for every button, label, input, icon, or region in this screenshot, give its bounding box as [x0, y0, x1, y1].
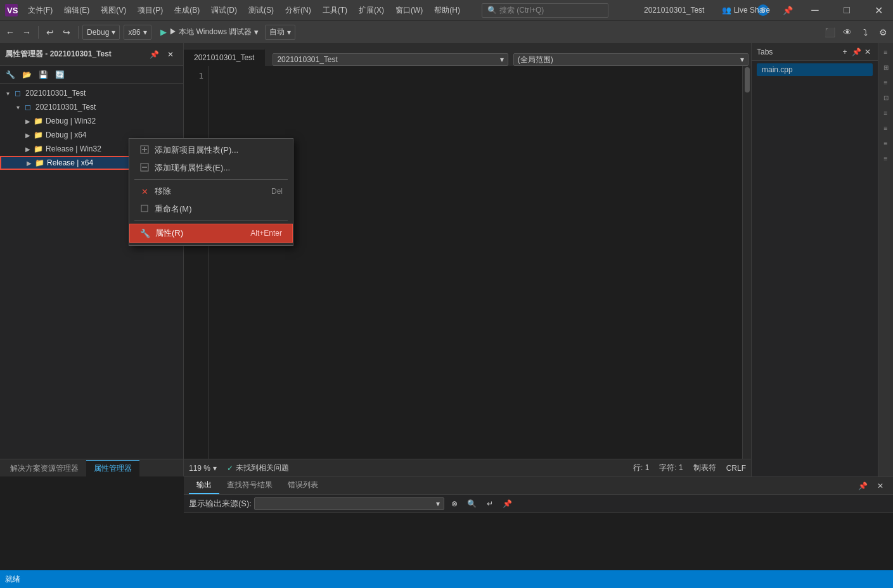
tab-solution-explorer[interactable]: 解决方案资源管理器	[3, 460, 86, 476]
add-existing-button[interactable]: 📂	[19, 67, 34, 82]
scope-dropdown-label: (全局范围)	[518, 54, 553, 65]
tab-error-list[interactable]: 错误列表	[280, 477, 326, 494]
ctx-properties[interactable]: 🔧 属性(R) Alt+Enter	[129, 224, 293, 243]
zoom-control[interactable]: 119 % ▾	[189, 464, 217, 473]
side-icon-2[interactable]: ⊞	[880, 61, 892, 74]
no-issues-badge[interactable]: ✓ 未找到相关问题	[227, 463, 289, 473]
tb-separator-1	[38, 26, 39, 39]
folder-release-win32-icon: 📁	[33, 144, 43, 153]
menu-extensions[interactable]: 扩展(X)	[354, 3, 389, 18]
menu-edit[interactable]: 编辑(E)	[59, 3, 94, 18]
side-icon-1[interactable]: ≡	[880, 46, 892, 58]
save-button[interactable]: 💾	[35, 67, 51, 82]
output-close-button[interactable]: ✕	[873, 478, 888, 494]
tabs-close-button[interactable]: ✕	[863, 47, 873, 57]
output-search-button[interactable]: 🔍	[465, 496, 480, 511]
editor-content: 1	[184, 66, 751, 459]
ctx-add-new-property-sheet[interactable]: 添加新项目属性表(P)...	[129, 141, 293, 159]
tb-forward-button[interactable]: →	[19, 25, 34, 40]
side-icon-7[interactable]: ≡	[880, 137, 892, 150]
ctx-add-existing-icon	[139, 163, 150, 174]
close-button[interactable]: ✕	[864, 0, 893, 20]
side-icon-3[interactable]: ≡	[880, 76, 892, 89]
ctx-rename-icon	[139, 205, 150, 214]
ctx-add-new-icon	[139, 145, 150, 156]
live-share-button[interactable]: 👥 Live Share	[717, 4, 775, 16]
output-pin-button[interactable]: 📌	[855, 478, 870, 494]
window-controls: 👥 Live Share 📌 ─ □ ✕	[717, 0, 893, 20]
side-icon-8[interactable]: ≡	[880, 152, 892, 165]
panel-actions: 📌 ✕	[146, 47, 178, 62]
pin-icon: 📌	[783, 6, 793, 15]
main-layout: 属性管理器 - 2021010301_Test 📌 ✕ 🔧 📂 💾 🔄 ▾ ◻ …	[0, 43, 893, 476]
menu-build[interactable]: 生成(B)	[169, 3, 205, 18]
panel-pin-button[interactable]: 📌	[146, 47, 162, 62]
panel-close-button[interactable]: ✕	[163, 47, 178, 62]
tabs-pin-button[interactable]: 📌	[851, 47, 861, 57]
zoom-value: 119 %	[189, 464, 210, 473]
output-pin2-button[interactable]: 📌	[500, 496, 515, 511]
ctx-separator-2	[134, 220, 288, 221]
ctx-remove-icon: ✕	[139, 187, 150, 196]
output-wrap-button[interactable]: ↵	[482, 496, 498, 511]
chevron-down-icon3: ▾	[254, 27, 259, 37]
tab-find-symbols[interactable]: 查找符号结果	[219, 477, 280, 494]
auto-dropdown[interactable]: 自动 ▾	[265, 25, 295, 40]
output-clear-button[interactable]: ⊗	[447, 496, 462, 511]
tb-watch-button[interactable]: 👁	[840, 25, 855, 40]
menu-debug[interactable]: 调试(D)	[206, 3, 242, 18]
run-button[interactable]: ▶ ▶ 本地 Windows 调试器 ▾	[158, 27, 262, 37]
tab-file-main[interactable]: main.cpp	[757, 63, 873, 76]
tb-settings-button[interactable]: ⚙	[875, 25, 890, 40]
menu-analyze[interactable]: 分析(N)	[280, 3, 316, 18]
add-property-button[interactable]: 🔧	[3, 67, 18, 82]
menu-file[interactable]: 文件(F)	[23, 3, 58, 18]
file-dropdown[interactable]: 2021010301_Test ▾	[273, 53, 508, 66]
debug-config-dropdown[interactable]: Debug ▾	[82, 25, 120, 40]
tb-back-button[interactable]: ←	[3, 25, 18, 40]
code-area[interactable]	[209, 66, 742, 459]
scrollbar-thumb[interactable]	[745, 67, 750, 93]
tabs-add-button[interactable]: +	[840, 47, 850, 57]
folder-debug-x64-icon: 📁	[33, 131, 43, 139]
vertical-scrollbar[interactable]	[742, 66, 751, 459]
tb-breakpoint-button[interactable]: ⬛	[822, 25, 837, 40]
editor-tabs: 2021010301_Test 2021010301_Test ▾ (全局范围)…	[184, 43, 751, 66]
tree-debug-win32[interactable]: ▶ 📁 Debug | Win32	[0, 114, 183, 128]
status-bar: 就绪	[0, 570, 893, 588]
menu-help[interactable]: 帮助(H)	[429, 3, 465, 18]
ctx-add-existing-property-sheet[interactable]: 添加现有属性表(E)...	[129, 159, 293, 177]
platform-dropdown[interactable]: x86 ▾	[124, 25, 151, 40]
refresh-button[interactable]: 🔄	[52, 67, 67, 82]
minimize-button[interactable]: ─	[800, 0, 830, 20]
tb-redo-button[interactable]: ↪	[59, 25, 74, 40]
output-source-dropdown[interactable]: ▾	[254, 497, 444, 510]
scope-dropdown[interactable]: (全局范围) ▾	[513, 53, 748, 66]
tree-solution[interactable]: ▾ ◻ 2021010301_Test	[0, 86, 183, 100]
maximize-button[interactable]: □	[832, 0, 861, 20]
search-placeholder: 搜索 (Ctrl+Q)	[499, 5, 544, 16]
tb-step-button[interactable]: ⤵	[858, 25, 873, 40]
ctx-rename[interactable]: 重命名(M)	[129, 200, 293, 218]
left-panel-toolbar: 🔧 📂 💾 🔄	[0, 66, 183, 84]
menu-test[interactable]: 测试(S)	[243, 3, 279, 18]
side-icon-5[interactable]: ≡	[880, 106, 892, 119]
search-box[interactable]: 🔍 搜索 (Ctrl+Q)	[482, 3, 608, 18]
editor-tab-main[interactable]: 2021010301_Test	[184, 49, 265, 66]
line-numbers: 1	[184, 66, 209, 459]
ctx-add-new-label: 添加新项目属性表(P)...	[155, 144, 283, 156]
menu-tools[interactable]: 工具(T)	[318, 3, 352, 18]
side-icon-4[interactable]: ⊡	[880, 91, 892, 104]
debug-x64-label: Debug | x64	[46, 131, 87, 139]
side-icon-6[interactable]: ≡	[880, 122, 892, 134]
tb-undo-button[interactable]: ↩	[42, 25, 58, 40]
project-label: 2021010301_Test	[35, 103, 96, 112]
menu-project[interactable]: 项目(P)	[132, 3, 168, 18]
output-toolbar: 显示输出来源(S): ▾ ⊗ 🔍 ↵ 📌	[184, 495, 893, 513]
tree-project[interactable]: ▾ ◻ 2021010301_Test	[0, 100, 183, 114]
tab-output[interactable]: 输出	[189, 477, 219, 494]
menu-view[interactable]: 视图(V)	[96, 3, 131, 18]
ctx-remove[interactable]: ✕ 移除 Del	[129, 182, 293, 200]
menu-window[interactable]: 窗口(W)	[390, 3, 428, 18]
tab-property-manager[interactable]: 属性管理器	[86, 460, 139, 476]
